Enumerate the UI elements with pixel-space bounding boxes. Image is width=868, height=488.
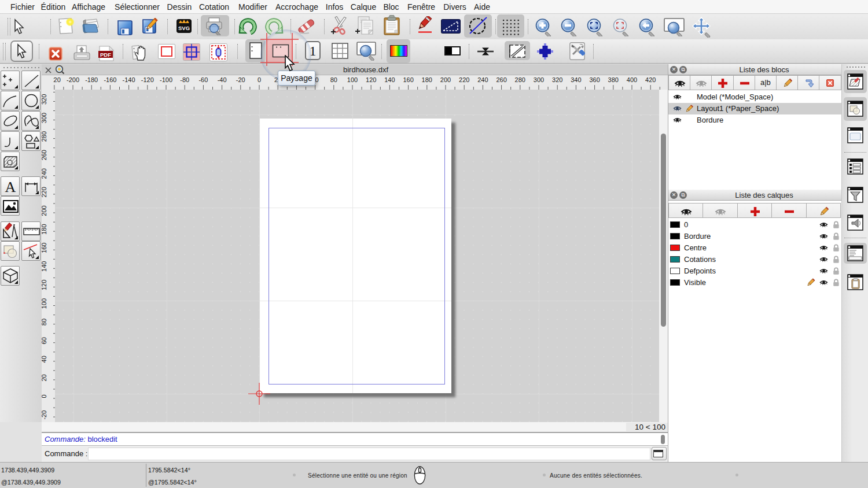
svg-text:100: 100 <box>347 76 358 83</box>
svg-text:220: 220 <box>459 76 469 83</box>
svg-text:20: 20 <box>42 374 47 381</box>
svg-text:0: 0 <box>258 76 261 83</box>
svg-text:180: 180 <box>42 224 47 234</box>
svg-text:-140: -140 <box>123 76 135 83</box>
svg-text:240: 240 <box>477 76 488 83</box>
svg-text:260: 260 <box>42 150 47 160</box>
svg-text:200: 200 <box>440 76 451 83</box>
svg-text:-180: -180 <box>85 76 98 83</box>
svg-text:240: 240 <box>42 168 47 179</box>
svg-text:400: 400 <box>627 76 637 83</box>
svg-text:80: 80 <box>330 76 337 83</box>
svg-text:40: 40 <box>42 356 47 363</box>
svg-text:180: 180 <box>422 76 432 83</box>
svg-text:380: 380 <box>608 76 619 83</box>
svg-text:-20: -20 <box>42 411 47 420</box>
svg-text:160: 160 <box>42 243 47 253</box>
svg-text:280: 280 <box>515 76 525 83</box>
svg-text:-120: -120 <box>141 76 154 83</box>
svg-text:PDF: PDF <box>100 51 111 58</box>
svg-text:60: 60 <box>42 337 47 344</box>
svg-text:120: 120 <box>42 280 47 290</box>
svg-text:-20: -20 <box>236 76 245 83</box>
svg-text:120: 120 <box>366 76 376 83</box>
svg-text:-220: -220 <box>53 76 61 83</box>
svg-text:160: 160 <box>403 76 413 83</box>
svg-text:100: 100 <box>42 298 47 309</box>
svg-text:-80: -80 <box>180 76 189 83</box>
svg-text:A: A <box>5 179 16 195</box>
svg-text:-60: -60 <box>198 76 208 83</box>
svg-text:220: 220 <box>42 187 47 197</box>
svg-text:260: 260 <box>496 76 506 83</box>
svg-text:140: 140 <box>42 261 47 272</box>
svg-text:SVG: SVG <box>178 25 190 31</box>
svg-text:200: 200 <box>42 205 47 216</box>
svg-text:-100: -100 <box>160 76 172 83</box>
svg-text:300: 300 <box>534 76 544 83</box>
svg-text:0: 0 <box>42 394 47 398</box>
svg-text:420: 420 <box>645 76 656 83</box>
svg-text:280: 280 <box>42 131 47 142</box>
svg-text:340: 340 <box>571 76 581 83</box>
svg-text:80: 80 <box>42 319 47 326</box>
svg-text:300: 300 <box>42 113 47 123</box>
svg-text:320: 320 <box>552 76 562 83</box>
svg-text:-200: -200 <box>67 76 79 83</box>
svg-text:-160: -160 <box>104 76 116 83</box>
svg-text:320: 320 <box>42 94 47 105</box>
svg-text:-40: -40 <box>218 76 227 83</box>
svg-text:140: 140 <box>384 76 395 83</box>
svg-text:360: 360 <box>589 76 599 83</box>
